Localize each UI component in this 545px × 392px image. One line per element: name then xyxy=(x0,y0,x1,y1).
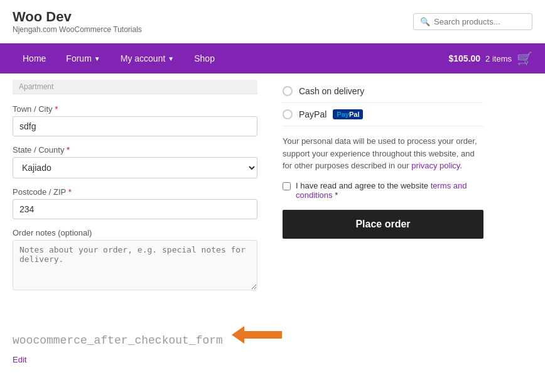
nav-shop[interactable]: Shop xyxy=(184,43,225,74)
nav-items: Home Forum ▼ My account ▼ Shop xyxy=(13,43,448,74)
site-title: Woo Dev xyxy=(13,9,142,25)
cash-radio[interactable] xyxy=(283,86,293,96)
main-content: Apartment Town / City * State / County *… xyxy=(0,74,545,313)
hook-section: woocommerce_after_checkout_form xyxy=(0,313,545,354)
postcode-input[interactable] xyxy=(13,199,257,219)
privacy-policy-link[interactable]: privacy policy xyxy=(411,161,460,170)
nav-home[interactable]: Home xyxy=(13,43,56,74)
paypal-option[interactable]: PayPal PayPal xyxy=(283,103,483,126)
edit-section: Edit xyxy=(0,354,545,377)
cart-count: 2 items xyxy=(485,54,512,63)
town-city-label: Town / City * xyxy=(13,104,257,114)
nav-myaccount[interactable]: My account ▼ xyxy=(111,43,185,74)
town-city-required: * xyxy=(55,104,58,114)
cart-icon: 🛒 xyxy=(517,51,532,66)
paypal-label: PayPal xyxy=(299,109,326,119)
terms-required-star: * xyxy=(335,190,338,200)
search-box[interactable]: 🔍 xyxy=(413,13,532,30)
order-column: Cash on delivery PayPal PayPal Your pers… xyxy=(270,74,496,313)
search-input[interactable] xyxy=(434,17,526,26)
order-notes-label: Order notes (optional) xyxy=(13,228,257,237)
search-icon: 🔍 xyxy=(420,17,430,26)
state-county-group: State / County * Kajiado Nairobi Mombasa… xyxy=(13,145,257,178)
cash-label: Cash on delivery xyxy=(299,86,364,96)
arrow-icon xyxy=(232,326,282,348)
privacy-text: Your personal data will be used to proce… xyxy=(283,135,483,172)
terms-text: I have read and agree to the website ter… xyxy=(296,181,483,200)
terms-checkbox[interactable] xyxy=(283,182,291,190)
paypal-badge: PayPal xyxy=(333,109,363,119)
postcode-label: Postcode / ZIP * xyxy=(13,187,257,197)
postcode-group: Postcode / ZIP * xyxy=(13,187,257,219)
cash-on-delivery-option[interactable]: Cash on delivery xyxy=(283,80,483,103)
place-order-button[interactable]: Place order xyxy=(283,210,483,239)
partial-top: Apartment xyxy=(13,80,257,94)
form-column: Apartment Town / City * State / County *… xyxy=(0,74,270,313)
edit-link[interactable]: Edit xyxy=(13,355,26,364)
site-branding: Woo Dev Njengah.com WooCommerce Tutorial… xyxy=(13,9,142,34)
nav-forum[interactable]: Forum ▼ xyxy=(56,43,110,74)
state-county-label: State / County * xyxy=(13,145,257,155)
myaccount-chevron-icon: ▼ xyxy=(168,55,174,62)
site-tagline: Njengah.com WooCommerce Tutorials xyxy=(13,25,142,34)
cart-area[interactable]: $105.00 2 items 🛒 xyxy=(448,51,532,66)
forum-chevron-icon: ▼ xyxy=(94,55,100,62)
paypal-radio[interactable] xyxy=(283,109,293,119)
svg-marker-0 xyxy=(232,326,282,344)
terms-row: I have read and agree to the website ter… xyxy=(283,181,483,200)
order-notes-group: Order notes (optional) xyxy=(13,228,257,292)
state-county-required: * xyxy=(67,145,70,155)
state-county-select[interactable]: Kajiado Nairobi Mombasa Kisumu xyxy=(13,157,257,178)
town-city-input[interactable] xyxy=(13,116,257,136)
order-notes-textarea[interactable] xyxy=(13,240,257,290)
town-city-group: Town / City * xyxy=(13,104,257,136)
site-nav: Home Forum ▼ My account ▼ Shop $105.00 2… xyxy=(0,43,545,74)
cart-amount: $105.00 xyxy=(448,53,480,63)
postcode-required: * xyxy=(68,187,72,197)
hook-label: woocommerce_after_checkout_form xyxy=(13,334,223,347)
site-header: Woo Dev Njengah.com WooCommerce Tutorial… xyxy=(0,0,545,43)
